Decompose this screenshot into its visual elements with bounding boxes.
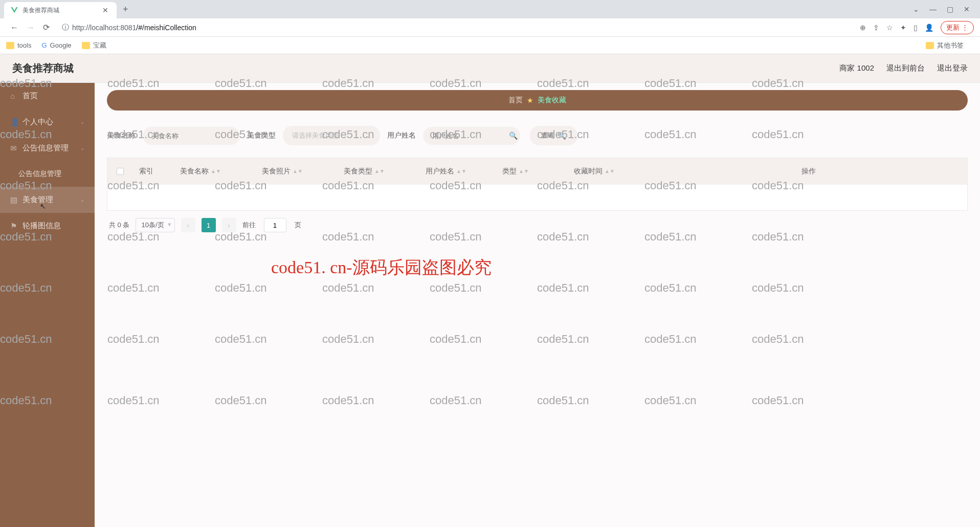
- sidepanel-icon[interactable]: ▯: [914, 24, 918, 32]
- goto-suffix: 页: [295, 221, 301, 230]
- tab-bar: 美食推荐商城 ✕ + ⌄ — ▢ ✕: [0, 0, 980, 18]
- maximize-icon[interactable]: ▢: [947, 5, 953, 13]
- sort-icon: ▲▼: [456, 170, 466, 173]
- page-1-button[interactable]: 1: [202, 218, 216, 232]
- table-body-empty: [107, 185, 967, 210]
- breadcrumb-home[interactable]: 首页: [508, 96, 523, 105]
- dropdown-icon[interactable]: ⌄: [913, 5, 919, 13]
- bookmark-google[interactable]: GGoogle: [41, 41, 71, 49]
- bookmark-tools[interactable]: tools: [6, 41, 31, 49]
- tab-title: 美食推荐商城: [23, 6, 100, 15]
- sort-icon: ▲▼: [374, 170, 385, 173]
- filter-user-label: 用户姓名: [387, 131, 416, 140]
- profile-icon[interactable]: 👤: [925, 24, 933, 32]
- close-icon[interactable]: ✕: [100, 5, 110, 15]
- pagination: 共 0 条 10条/页 ‹ 1 › 前往 页: [107, 211, 968, 239]
- window-controls: ⌄ — ▢ ✕: [913, 5, 976, 13]
- bookmark-baozang[interactable]: 宝藏: [82, 41, 106, 50]
- sidebar: ⌂ 首页 👤 个人中心 ⌄ ✉ 公告信息管理 ⌄ 公告信息管理 ▤ 美食管理 ⌄: [0, 83, 95, 527]
- sidebar-item-home[interactable]: ⌂ 首页: [0, 83, 95, 109]
- page-size-select[interactable]: 10条/页: [136, 218, 174, 232]
- book-icon: ▤: [10, 195, 17, 205]
- forward-button[interactable]: →: [23, 23, 39, 32]
- app: 美食推荐商城 商家 1002 退出到前台 退出登录 ⌂ 首页 👤 个人中心 ⌄ …: [0, 54, 980, 527]
- th-checkbox[interactable]: [107, 168, 133, 175]
- goto-label: 前往: [242, 221, 256, 230]
- filter-name-label: 美食名称: [107, 131, 136, 140]
- browser-tab[interactable]: 美食推荐商城 ✕: [4, 2, 117, 18]
- folder-icon: [926, 42, 934, 49]
- table-header: 索引 美食名称▲▼ 美食照片▲▼ 美食类型▲▼ 用户姓名▲▼ 类型▲▼ 收藏时间…: [107, 158, 967, 185]
- cursor-icon: ↖: [40, 202, 46, 210]
- info-icon: ⓘ: [62, 23, 69, 32]
- filter-name-input[interactable]: [143, 127, 240, 145]
- th-ops: 操作: [650, 167, 967, 176]
- user-icon: 👤: [10, 118, 17, 127]
- next-page-button[interactable]: ›: [222, 218, 236, 232]
- share-icon[interactable]: ⇪: [873, 24, 879, 32]
- sidebar-item-notice[interactable]: ✉ 公告信息管理 ⌄: [0, 135, 95, 161]
- filter-row: 美食名称 美食类型 请选择美食类型 ⌄ 用户姓名 🔍 查询 🔍: [107, 121, 968, 158]
- sort-icon: ▲▼: [605, 170, 615, 173]
- pagination-total: 共 0 条: [109, 221, 129, 230]
- query-button[interactable]: 查询 🔍: [530, 126, 577, 145]
- header-right: 商家 1002 退出到前台 退出登录: [839, 63, 968, 73]
- th-user[interactable]: 用户姓名▲▼: [419, 167, 496, 176]
- sidebar-item-carousel[interactable]: ⚑ 轮播图信息: [0, 213, 95, 239]
- back-button[interactable]: ←: [6, 23, 23, 32]
- star-icon: ★: [527, 96, 533, 104]
- sort-icon: ▲▼: [519, 170, 529, 173]
- content: 首页 ★ 美食收藏 美食名称 美食类型 请选择美食类型 ⌄ 用户姓名 🔍 查询 …: [95, 83, 980, 527]
- th-time[interactable]: 收藏时间▲▼: [568, 167, 650, 176]
- breadcrumb-current: 美食收藏: [538, 96, 566, 105]
- sort-icon: ▲▼: [293, 170, 303, 173]
- minimize-icon[interactable]: —: [929, 5, 937, 13]
- sort-icon: ▲▼: [211, 170, 221, 173]
- bookmark-bar: tools GGoogle 宝藏 其他书签: [0, 37, 980, 54]
- new-tab-button[interactable]: +: [123, 4, 128, 15]
- prev-page-button[interactable]: ‹: [181, 218, 195, 232]
- app-title: 美食推荐商城: [12, 61, 74, 75]
- th-type[interactable]: 美食类型▲▼: [338, 167, 419, 176]
- extensions-icon[interactable]: ✦: [900, 24, 906, 32]
- chevron-down-icon: ⌄: [80, 119, 84, 125]
- bookmark-icon[interactable]: ☆: [886, 24, 893, 32]
- merchant-label: 商家 1002: [839, 63, 874, 73]
- bookmark-other[interactable]: 其他书签: [926, 41, 964, 50]
- sidebar-item-personal[interactable]: 👤 个人中心 ⌄: [0, 109, 95, 135]
- url-text: http://localhost:8081/#/meishiCollection: [72, 24, 196, 32]
- vue-favicon-icon: [10, 6, 18, 14]
- folder-icon: [82, 42, 90, 49]
- update-button[interactable]: 更新⋮: [941, 21, 974, 34]
- google-icon: G: [41, 41, 47, 49]
- filter-type-label: 美食类型: [247, 131, 276, 140]
- data-table: 索引 美食名称▲▼ 美食照片▲▼ 美食类型▲▼ 用户姓名▲▼ 类型▲▼ 收藏时间…: [107, 158, 968, 211]
- reload-button[interactable]: ⟳: [39, 23, 54, 32]
- search-icon: 🔍: [509, 131, 518, 140]
- logout-front-link[interactable]: 退出到前台: [886, 63, 925, 73]
- goto-input[interactable]: [264, 218, 286, 232]
- chevron-down-icon: ⌄: [365, 132, 371, 140]
- toolbar-right: ⊕ ⇪ ☆ ✦ ▯ 👤 更新⋮: [860, 21, 974, 34]
- menu-dots-icon: ⋮: [962, 24, 968, 31]
- th-photo[interactable]: 美食照片▲▼: [256, 167, 338, 176]
- sidebar-item-notice-sub[interactable]: 公告信息管理: [0, 161, 95, 187]
- chevron-down-icon: ⌄: [80, 145, 84, 151]
- filter-type-select[interactable]: 请选择美食类型 ⌄: [283, 126, 380, 145]
- th-kind[interactable]: 类型▲▼: [496, 167, 568, 176]
- sidebar-item-food[interactable]: ▤ 美食管理 ⌄: [0, 187, 95, 213]
- overlay-watermark-text: code51. cn-源码乐园盗图必究: [271, 256, 492, 279]
- address-bar: ← → ⟳ ⓘ http://localhost:8081/#/meishiCo…: [0, 18, 980, 37]
- th-index[interactable]: 索引: [133, 167, 174, 176]
- search-icon: 🔍: [558, 132, 566, 140]
- checkbox-icon: [117, 168, 124, 175]
- th-name[interactable]: 美食名称▲▼: [174, 167, 256, 176]
- filter-user-input[interactable]: [423, 127, 520, 145]
- zoom-icon[interactable]: ⊕: [860, 24, 866, 32]
- send-icon: ✉: [10, 144, 17, 153]
- url-input[interactable]: ⓘ http://localhost:8081/#/meishiCollecti…: [58, 21, 856, 34]
- folder-icon: [6, 42, 14, 49]
- chevron-down-icon: ⌄: [80, 197, 84, 203]
- close-window-icon[interactable]: ✕: [964, 5, 970, 13]
- logout-link[interactable]: 退出登录: [937, 63, 968, 73]
